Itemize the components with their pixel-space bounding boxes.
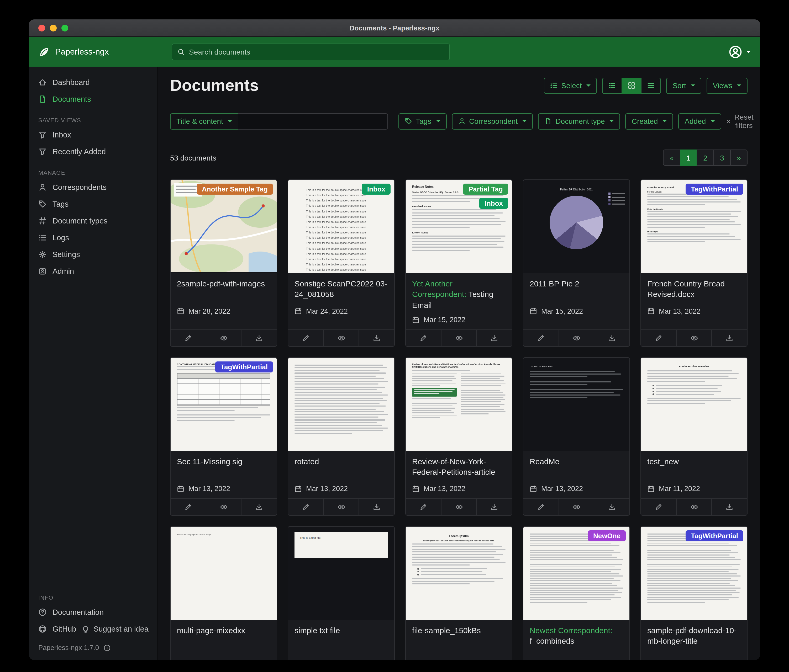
pagination-first[interactable]: « — [663, 150, 680, 166]
download-document-button[interactable] — [594, 499, 629, 515]
document-thumbnail[interactable]: CONTINUING MEDICAL EDUCATIONTagWithParti… — [171, 358, 277, 451]
pagination-page-2[interactable]: 2 — [696, 150, 714, 166]
tag-badge-partial-tag[interactable]: Partial Tag — [463, 184, 508, 194]
document-card[interactable]: CONTINUING MEDICAL EDUCATIONTagWithParti… — [170, 357, 277, 516]
edit-document-button[interactable] — [171, 330, 206, 346]
edit-document-button[interactable] — [406, 499, 441, 515]
download-document-button[interactable] — [476, 330, 512, 346]
document-card[interactable]: Patient BP Distribution 20112011 BP Pie … — [523, 179, 630, 347]
manage-item-logs[interactable]: Logs — [29, 229, 157, 246]
search-input[interactable] — [189, 48, 444, 56]
document-card[interactable]: Contact Sheet DemoReadMeMar 13, 2022 — [523, 357, 630, 516]
reset-filters-button[interactable]: × Reset filters — [726, 113, 754, 130]
edit-document-button[interactable] — [171, 499, 206, 515]
edit-document-button[interactable] — [641, 330, 676, 346]
user-menu[interactable] — [728, 45, 751, 59]
views-button[interactable]: Views — [707, 77, 747, 94]
download-document-button[interactable] — [359, 499, 394, 515]
zoom-button[interactable] — [61, 24, 68, 31]
preview-document-button[interactable] — [676, 499, 711, 515]
tag-badge-tagwithpartial[interactable]: TagWithPartial — [685, 530, 743, 541]
preview-document-button[interactable] — [323, 499, 359, 515]
title-content-dropdown[interactable]: Title & content — [170, 113, 238, 129]
download-document-button[interactable] — [241, 330, 277, 346]
document-title-link[interactable]: simple txt file — [294, 625, 388, 648]
download-document-button[interactable] — [594, 330, 629, 346]
document-thumbnail[interactable]: This is a test for the double space char… — [288, 180, 394, 273]
added-filter-button[interactable]: Added — [678, 113, 721, 129]
tag-badge-tagwithpartial[interactable]: TagWithPartial — [685, 184, 743, 194]
list-view-button[interactable] — [602, 77, 622, 94]
document-card[interactable]: Release NotesSimba ODBC Driver for SQL S… — [405, 179, 512, 347]
document-card[interactable]: This is a test file.simple txt file — [287, 526, 395, 660]
info-item-documentation[interactable]: Documentation — [29, 604, 157, 621]
document-title-link[interactable]: rotated — [294, 456, 388, 479]
document-card[interactable]: NewOneNewest Correspondent: f_combineds — [523, 526, 630, 660]
tag-badge-newone[interactable]: NewOne — [588, 530, 626, 541]
preview-document-button[interactable] — [206, 330, 241, 346]
sidebar-item-documents[interactable]: Documents — [29, 91, 157, 108]
document-title-link[interactable]: Yet Another Correspondent: Testing Email — [412, 279, 506, 311]
preview-document-button[interactable] — [206, 499, 241, 515]
document-thumbnail[interactable]: This is a test file. — [288, 527, 394, 620]
select-button[interactable]: Select — [544, 77, 597, 94]
manage-item-tags[interactable]: Tags — [29, 196, 157, 212]
preview-document-button[interactable] — [441, 330, 476, 346]
manage-item-settings[interactable]: Settings — [29, 246, 157, 263]
document-thumbnail[interactable]: NewOne — [523, 527, 629, 620]
download-document-button[interactable] — [241, 499, 277, 515]
document-card[interactable]: This is a test for the double space char… — [287, 179, 395, 347]
preview-document-button[interactable] — [676, 330, 711, 346]
grid-view-button[interactable] — [621, 77, 642, 94]
tag-badge-tagwithpartial[interactable]: TagWithPartial — [215, 361, 273, 373]
info-item-suggest-an-idea[interactable]: Suggest an idea — [79, 621, 152, 637]
preview-document-button[interactable] — [323, 330, 359, 346]
preview-document-button[interactable] — [558, 330, 594, 346]
edit-document-button[interactable] — [641, 499, 676, 515]
document-thumbnail[interactable]: Review of New York Federal Petitions for… — [406, 358, 512, 451]
manage-item-admin[interactable]: Admin — [29, 263, 157, 280]
document-title-link[interactable]: Sec 11-Missing sig — [177, 456, 270, 479]
document-correspondent[interactable]: Newest Correspondent: — [530, 626, 612, 635]
tag-badge-inbox[interactable]: Inbox — [479, 198, 508, 209]
document-card[interactable]: TagWithPartialsample-pdf-download-10-mb-… — [640, 526, 747, 660]
document-title-link[interactable]: multi-page-mixedxx — [177, 625, 270, 648]
document-card[interactable]: Another Sample Tag2sample-pdf-with-image… — [170, 179, 277, 347]
download-document-button[interactable] — [712, 330, 747, 346]
detail-view-button[interactable] — [641, 77, 661, 94]
tags-filter-button[interactable]: Tags — [398, 113, 446, 129]
document-thumbnail[interactable]: Patient BP Distribution 2011 — [523, 180, 629, 273]
close-button[interactable] — [38, 24, 45, 31]
document-correspondent[interactable]: Yet Another Correspondent: — [412, 279, 466, 299]
info-item-github[interactable]: GitHub — [29, 621, 79, 637]
document-thumbnail[interactable]: Release NotesSimba ODBC Driver for SQL S… — [406, 180, 512, 273]
document-title-link[interactable]: ReadMe — [530, 456, 623, 479]
document-thumbnail[interactable]: Contact Sheet Demo — [523, 358, 629, 451]
edit-document-button[interactable] — [288, 499, 323, 515]
document-card[interactable]: French Country BreadFor the Leaven:Make … — [640, 179, 747, 347]
download-document-button[interactable] — [476, 499, 512, 515]
document-title-link[interactable]: 2011 BP Pie 2 — [530, 279, 623, 302]
document-thumbnail[interactable]: Another Sample Tag — [171, 180, 277, 273]
saved-view-recently-added[interactable]: Recently Added — [29, 143, 157, 160]
download-document-button[interactable] — [359, 330, 394, 346]
minimize-button[interactable] — [50, 24, 57, 31]
document-title-link[interactable]: test_new — [647, 456, 741, 479]
document-card[interactable]: This is a multi page document. Page 1.mu… — [170, 526, 277, 660]
document-title-link[interactable]: French Country Bread Revised.docx — [647, 279, 741, 302]
manage-item-correspondents[interactable]: Correspondents — [29, 179, 157, 196]
document-title-link[interactable]: Newest Correspondent: f_combineds — [530, 625, 623, 648]
document-thumbnail[interactable]: TagWithPartial — [641, 527, 747, 620]
document-card[interactable]: Lorem ipsumLorem ipsum dolor sit amet, c… — [405, 526, 512, 660]
correspondent-filter-button[interactable]: Correspondent — [452, 113, 533, 129]
manage-item-document-types[interactable]: Document types — [29, 212, 157, 229]
document-title-link[interactable]: Review-of-New-York-Federal-Petitions-art… — [412, 456, 506, 479]
pagination-page-1[interactable]: 1 — [680, 150, 697, 166]
tag-badge-another-sample-tag[interactable]: Another Sample Tag — [196, 184, 273, 194]
document-thumbnail[interactable]: This is a multi page document. Page 1. — [171, 527, 277, 620]
document-title-link[interactable]: file-sample_150kBs — [412, 625, 506, 648]
document-thumbnail[interactable]: French Country BreadFor the Leaven:Make … — [641, 180, 747, 273]
tag-badge-inbox[interactable]: Inbox — [362, 184, 391, 194]
preview-document-button[interactable] — [558, 499, 594, 515]
document-thumbnail[interactable]: Lorem ipsumLorem ipsum dolor sit amet, c… — [406, 527, 512, 620]
